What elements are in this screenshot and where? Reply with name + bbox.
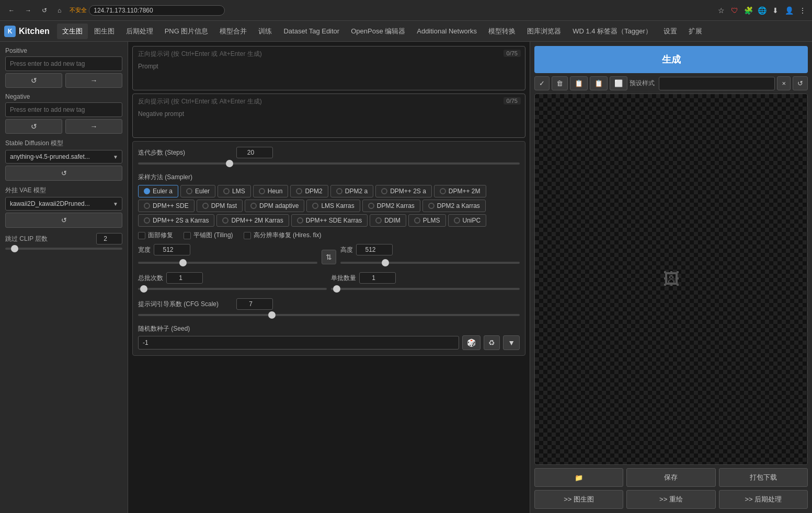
sampler-dpm2-a-karras[interactable]: DPM2 a Karras (422, 200, 486, 212)
clip-value-input[interactable] (96, 233, 122, 244)
seed-input[interactable] (138, 336, 459, 349)
preset-select-input[interactable] (659, 77, 775, 90)
seed-recycle-btn[interactable]: ♻ (484, 335, 500, 350)
sampler-ddim[interactable]: DDIM (370, 214, 406, 227)
tab-settings[interactable]: 设置 (658, 24, 682, 39)
sampler-unipc[interactable]: UniPC (448, 214, 487, 227)
preset-clear-btn[interactable]: × (777, 76, 791, 90)
height-slider-track[interactable] (340, 262, 520, 264)
width-slider-track[interactable] (138, 262, 317, 264)
height-slider-thumb[interactable] (382, 259, 389, 266)
negative-send-btn[interactable]: → (65, 119, 122, 134)
tab-openpose[interactable]: OpenPose 编辑器 (346, 24, 410, 39)
sampler-lms-karras[interactable]: LMS Karras (306, 200, 360, 212)
sampler-plms[interactable]: PLMS (408, 214, 446, 227)
tab-txt2img[interactable]: 文生图 (57, 24, 88, 39)
seed-dice-btn[interactable]: 🎲 (462, 335, 481, 350)
tab-gallery[interactable]: 图库浏览器 (522, 24, 566, 39)
batch-count-slider-thumb[interactable] (140, 285, 147, 293)
vae-select[interactable]: kawaii2D_kawaii2DPruned... (5, 197, 122, 211)
sampler-dpm2-karras[interactable]: DPM2 Karras (362, 200, 420, 212)
home-btn[interactable]: ⌂ (53, 5, 65, 16)
cfg-slider-thumb[interactable] (268, 311, 276, 319)
steps-input[interactable] (236, 147, 273, 158)
batch-size-slider-track[interactable] (331, 288, 520, 290)
generate-btn[interactable]: 生成 (534, 46, 808, 73)
tab-pnginfo[interactable]: PNG 图片信息 (159, 24, 214, 39)
cfg-slider-track[interactable] (138, 314, 520, 316)
profile-icon[interactable]: 👤 (784, 5, 794, 16)
sampler-euler-a[interactable]: Euler a (138, 185, 178, 197)
negative-refresh-btn[interactable]: ↺ (5, 119, 62, 134)
model-refresh-btn[interactable]: ↺ (5, 166, 122, 181)
extension-icon[interactable]: 🧩 (743, 5, 753, 16)
sampler-dpmpp-2s-a[interactable]: DPM++ 2S a (375, 185, 432, 197)
clip-slider-track[interactable] (5, 248, 122, 250)
tab-dataset[interactable]: Dataset Tag Editor (278, 24, 345, 38)
repaint-btn[interactable]: >> 重绘 (626, 490, 715, 509)
back-btn[interactable]: ← (4, 5, 19, 16)
sampler-dpmpp-2s-a-karras[interactable]: DPM++ 2S a Karras (138, 214, 214, 227)
batch-count-input[interactable] (166, 272, 203, 284)
preset-clear2-btn[interactable]: ⬜ (610, 76, 627, 90)
cfg-input[interactable] (236, 298, 273, 310)
tab-extras[interactable]: 后期处理 (121, 24, 158, 39)
negative-prompt-textarea[interactable] (133, 107, 525, 136)
width-input[interactable] (154, 244, 190, 255)
batch-size-input[interactable] (359, 272, 396, 284)
seed-extra-btn[interactable]: ▼ (503, 335, 520, 350)
sampler-dpmpp-sde-karras[interactable]: DPM++ SDE Karras (291, 214, 368, 227)
sampler-dpm-fast[interactable]: DPM fast (197, 200, 243, 212)
batch-count-slider-track[interactable] (138, 288, 327, 290)
width-slider-thumb[interactable] (179, 259, 187, 266)
refresh-btn[interactable]: ↺ (38, 5, 51, 16)
vae-refresh-btn[interactable]: ↺ (5, 213, 122, 228)
sampler-heun[interactable]: Heun (253, 185, 289, 197)
to-img2img-btn[interactable]: >> 图生图 (534, 490, 623, 509)
postprocess-btn[interactable]: >> 后期处理 (719, 490, 808, 509)
preset-delete-btn[interactable]: 🗑 (552, 76, 568, 90)
positive-refresh-btn[interactable]: ↺ (5, 73, 62, 88)
tab-tagger[interactable]: WD 1.4 标签器（Tagger） (567, 24, 657, 39)
steps-slider-track[interactable] (138, 162, 520, 165)
negative-tag-input[interactable] (5, 102, 122, 117)
address-input[interactable] (89, 5, 225, 16)
sampler-dpmpp-sde[interactable]: DPM++ SDE (138, 200, 195, 212)
height-input[interactable] (356, 244, 393, 255)
tab-merge[interactable]: 模型合并 (214, 24, 252, 39)
wh-swap-btn[interactable]: ⇅ (322, 250, 336, 264)
tab-extensions[interactable]: 扩展 (683, 24, 707, 39)
sampler-dpm-adaptive[interactable]: DPM adaptive (245, 200, 304, 212)
open-folder-btn[interactable]: 📁 (534, 468, 623, 487)
translate-icon[interactable]: 🌐 (757, 5, 767, 16)
tab-train[interactable]: 训练 (253, 24, 277, 39)
clip-slider-thumb[interactable] (11, 245, 18, 252)
face-fix-checkbox[interactable]: 面部修复 (138, 231, 173, 240)
shield-icon[interactable]: 🛡 (729, 5, 740, 16)
sampler-dpm2-a[interactable]: DPM2 a (330, 185, 373, 197)
sampler-dpm2[interactable]: DPM2 (290, 185, 328, 197)
preset-apply-btn[interactable]: ↺ (793, 76, 808, 90)
positive-send-btn[interactable]: → (65, 73, 122, 88)
menu-icon[interactable]: ⋮ (797, 5, 808, 16)
positive-tag-input[interactable] (5, 56, 122, 71)
model-select[interactable]: anything-v4.5-pruned.safet... (5, 150, 122, 164)
preset-check-btn[interactable]: ✓ (534, 76, 550, 90)
save-btn[interactable]: 保存 (626, 468, 715, 487)
positive-prompt-textarea[interactable] (133, 60, 525, 88)
preset-paste-btn[interactable]: 📋 (590, 76, 608, 90)
bookmark-icon[interactable]: ☆ (716, 5, 726, 16)
steps-slider-thumb[interactable] (226, 160, 233, 167)
tab-img2img[interactable]: 图生图 (89, 24, 120, 39)
download-icon[interactable]: ⬇ (770, 5, 781, 16)
tab-additional-networks[interactable]: Additional Networks (411, 24, 482, 38)
sampler-dpmpp-2m-karras[interactable]: DPM++ 2M Karras (216, 214, 289, 227)
download-btn[interactable]: 打包下载 (719, 468, 808, 487)
tab-model-convert[interactable]: 模型转换 (483, 24, 521, 39)
forward-btn[interactable]: → (21, 5, 36, 16)
sampler-euler[interactable]: Euler (180, 185, 215, 197)
sampler-lms[interactable]: LMS (218, 185, 251, 197)
hires-checkbox[interactable]: 高分辨率修复 (Hires. fix) (244, 231, 322, 240)
tiling-checkbox[interactable]: 平铺图 (Tiling) (184, 231, 233, 240)
batch-size-slider-thumb[interactable] (333, 285, 340, 293)
